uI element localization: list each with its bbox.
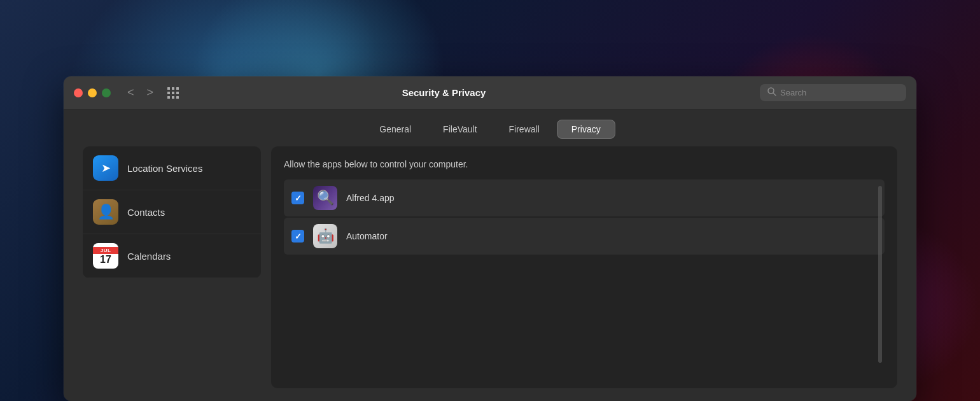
tabs-bar: General FileVault Firewall Privacy: [64, 109, 916, 146]
calendar-day: 17: [100, 255, 111, 265]
location-services-icon: ➤: [93, 155, 118, 181]
svg-line-1: [773, 93, 776, 95]
main-content: ➤ Location Services 👤 Contacts JUL 17: [64, 146, 916, 401]
automator-app-icon: 🤖: [313, 224, 337, 248]
titlebar: < > Security & Privacy: [64, 76, 916, 109]
search-box: [760, 84, 906, 101]
tab-general[interactable]: General: [365, 120, 426, 139]
sidebar-wrapper: ➤ Location Services 👤 Contacts JUL 17: [83, 146, 261, 388]
traffic-lights: [74, 88, 111, 97]
alfred-app-icon: 🔍: [313, 186, 337, 210]
checkmark-icon: ✓: [295, 232, 302, 241]
tab-filevault[interactable]: FileVault: [428, 120, 491, 139]
window-title: Security & Privacy: [128, 87, 760, 98]
alfred-checkbox[interactable]: ✓: [291, 192, 304, 204]
close-button[interactable]: [74, 88, 83, 97]
checkmark-icon: ✓: [295, 193, 302, 203]
sidebar-item-calendars[interactable]: JUL 17 Calendars: [83, 234, 261, 278]
alfred-app-name: Alfred 4.app: [346, 193, 395, 203]
app-row-alfred[interactable]: ✓ 🔍 Alfred 4.app: [284, 179, 885, 216]
app-row-automator[interactable]: ✓ 🤖 Automator: [284, 218, 885, 255]
apps-list: ✓ 🔍 Alfred 4.app ✓ 🤖 Automator: [284, 179, 885, 376]
tab-privacy[interactable]: Privacy: [557, 120, 615, 139]
search-input[interactable]: [780, 88, 899, 97]
sidebar-item-location[interactable]: ➤ Location Services: [83, 146, 261, 190]
right-panel-description: Allow the apps below to control your com…: [284, 159, 885, 169]
automator-app-name: Automator: [346, 231, 388, 241]
contacts-icon: 👤: [93, 199, 118, 225]
sidebar-list: ➤ Location Services 👤 Contacts JUL 17: [83, 146, 261, 278]
sidebar-item-contacts[interactable]: 👤 Contacts: [83, 190, 261, 234]
contacts-emoji: 👤: [97, 204, 115, 220]
calendars-label: Calendars: [127, 251, 171, 262]
calendars-icon: JUL 17: [93, 243, 118, 269]
system-preferences-window: < > Security & Privacy G: [64, 76, 916, 401]
calendar-month: JUL: [93, 247, 118, 254]
alfred-emoji: 🔍: [317, 190, 334, 206]
minimize-button[interactable]: [88, 88, 97, 97]
automator-emoji: 🤖: [317, 228, 334, 244]
right-panel: Allow the apps below to control your com…: [271, 146, 897, 388]
search-icon: [767, 87, 776, 98]
tab-firewall[interactable]: Firewall: [494, 120, 554, 139]
contacts-label: Contacts: [127, 207, 165, 218]
maximize-button[interactable]: [102, 88, 111, 97]
arrow-icon: ➤: [101, 161, 111, 175]
right-scrollbar[interactable]: [878, 186, 882, 363]
automator-checkbox[interactable]: ✓: [291, 230, 304, 243]
location-services-label: Location Services: [127, 163, 202, 174]
